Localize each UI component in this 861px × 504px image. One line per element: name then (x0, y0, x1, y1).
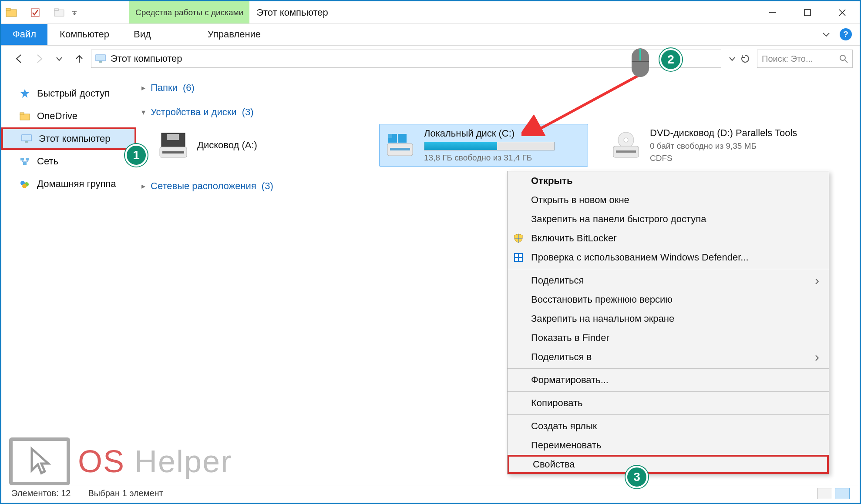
view-tiles-button[interactable] (835, 488, 850, 499)
svg-rect-1 (6, 8, 10, 10)
qat-new-folder-icon[interactable] (52, 5, 67, 20)
window-title: Этот компьютер (249, 1, 328, 23)
context-menu-item[interactable]: Создать ярлык (508, 417, 829, 436)
sidebar-item-homegroup[interactable]: Домашняя группа (1, 173, 136, 195)
watermark-helper: Helper (125, 444, 232, 479)
qat-properties-icon[interactable] (28, 5, 43, 20)
sidebar-item-onedrive[interactable]: OneDrive (1, 105, 136, 127)
svg-rect-18 (26, 158, 29, 160)
context-menu-item[interactable]: Открыть (508, 171, 829, 190)
annotation-badge-3: 3 (626, 466, 648, 488)
svg-rect-10 (99, 61, 102, 63)
chevron-right-icon: › (815, 273, 819, 288)
watermark-os: OS (78, 444, 125, 479)
address-dropdown-icon[interactable] (728, 55, 736, 63)
svg-line-12 (845, 60, 848, 63)
context-menu-label: Восстановить прежнюю версию (531, 294, 673, 305)
context-menu-separator (508, 414, 829, 415)
nav-back-button[interactable] (11, 50, 27, 67)
context-menu-label: Закрепить на панели быстрого доступа (531, 214, 706, 225)
svg-rect-6 (804, 10, 811, 16)
context-menu-separator (508, 269, 829, 269)
chevron-right-icon: ▸ (141, 181, 145, 191)
this-pc-icon (20, 133, 33, 145)
view-details-button[interactable] (817, 488, 832, 499)
context-menu-item[interactable]: Копировать (508, 394, 829, 413)
tab-computer[interactable]: Компьютер (47, 24, 121, 45)
minimize-button[interactable] (755, 1, 790, 23)
sidebar-item-quick-access[interactable]: Быстрый доступ (1, 82, 136, 105)
ribbon-collapse-icon[interactable] (821, 30, 831, 39)
floppy-drive-icon (158, 130, 188, 160)
group-folders[interactable]: ▸ Папки (6) (140, 80, 856, 96)
svg-rect-9 (96, 55, 105, 61)
capacity-fill (424, 142, 497, 150)
sidebar-item-label: Домашняя группа (37, 178, 116, 190)
context-menu-label: Проверка с использованием Windows Defend… (531, 252, 749, 263)
search-icon (839, 54, 848, 63)
svg-rect-17 (20, 158, 24, 160)
context-menu-item[interactable]: Показать в Finder (508, 328, 829, 347)
explorer-app-icon[interactable] (4, 5, 19, 20)
group-count: (3) (242, 107, 254, 118)
context-menu-label: Показать в Finder (531, 332, 609, 344)
svg-rect-35 (616, 150, 636, 153)
close-button[interactable] (825, 1, 860, 23)
context-menu-label: Форматировать... (531, 374, 609, 386)
titlebar: Средства работы с дисками Этот компьютер (1, 1, 860, 24)
tab-view[interactable]: Вид (121, 24, 163, 45)
drive-floppy-a[interactable]: Дисковод (A:) (153, 124, 362, 167)
drive-name: DVD-дисковод (D:) Parallels Tools (650, 127, 797, 139)
network-icon (19, 155, 31, 167)
context-menu-item[interactable]: Свойства (508, 455, 829, 474)
group-count: (6) (183, 82, 195, 93)
sidebar-item-label: Этот компьютер (39, 133, 111, 144)
nav-recent-button[interactable] (51, 50, 67, 67)
context-menu-item[interactable]: Поделиться в› (508, 347, 829, 367)
tab-manage[interactable]: Управление (195, 24, 273, 45)
context-menu-item[interactable]: Восстановить прежнюю версию (508, 290, 829, 309)
svg-rect-28 (390, 148, 410, 150)
drive-local-c[interactable]: Локальный диск (C:) 13,8 ГБ свободно из … (379, 124, 588, 167)
context-menu-item[interactable]: Проверка с использованием Windows Defend… (508, 248, 829, 267)
chevron-right-icon: ▸ (141, 83, 145, 93)
annotation-badge-2: 2 (659, 48, 682, 71)
help-icon[interactable]: ? (840, 28, 852, 40)
sidebar-item-this-pc[interactable]: Этот компьютер (1, 127, 136, 150)
ribbon: Файл Компьютер Вид Управление ? (1, 24, 860, 46)
nav-up-button[interactable] (71, 50, 87, 67)
qat-customize-icon[interactable] (70, 5, 79, 20)
this-pc-icon (95, 54, 106, 63)
context-menu-item[interactable]: Открыть в новом окне (508, 190, 829, 210)
context-menu-label: Поделиться в (531, 351, 592, 363)
svg-point-33 (624, 138, 628, 142)
folder-icon (19, 110, 31, 122)
group-label: Сетевые расположения (151, 180, 256, 192)
refresh-icon[interactable] (740, 54, 750, 63)
window-controls (755, 1, 860, 23)
context-menu-item[interactable]: Включить BitLocker (508, 229, 829, 248)
search-input[interactable]: Поиск: Это... (757, 50, 853, 68)
tab-file[interactable]: Файл (1, 24, 47, 45)
drive-dvd-d[interactable]: DVD-дисковод (D:) Parallels Tools 0 байт… (605, 124, 814, 167)
address-bar[interactable]: Этот компьютер (91, 50, 721, 68)
context-menu-separator (508, 391, 829, 392)
svg-rect-30 (398, 134, 407, 143)
nav-row: Этот компьютер Поиск: Это... (1, 46, 860, 72)
nav-forward-button[interactable] (31, 50, 47, 67)
maximize-button[interactable] (790, 1, 825, 23)
context-menu-item[interactable]: Переименовать (508, 436, 829, 455)
svg-rect-26 (162, 151, 184, 154)
context-menu-item[interactable]: Поделиться› (508, 271, 829, 290)
context-menu-item[interactable]: Закрепить на начальном экране (508, 309, 829, 328)
context-menu-item[interactable]: Закрепить на панели быстрого доступа (508, 210, 829, 229)
defender-icon (513, 252, 524, 263)
svg-rect-31 (388, 134, 392, 138)
chevron-right-icon: › (815, 350, 819, 364)
capacity-bar (424, 142, 555, 150)
group-devices[interactable]: ▾ Устройства и диски (3) (140, 104, 856, 120)
status-selection: Выбран 1 элемент (88, 488, 163, 498)
sidebar-item-network[interactable]: Сеть (1, 150, 136, 173)
quick-access-toolbar (1, 1, 81, 23)
context-menu-item[interactable]: Форматировать... (508, 370, 829, 390)
